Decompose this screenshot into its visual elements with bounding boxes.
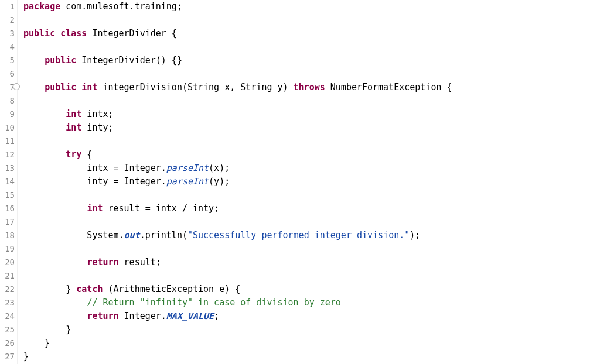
code-token: package [23, 1, 66, 12]
code-token: parseInt [166, 176, 209, 187]
code-token: result = intx / inty; [103, 203, 219, 214]
code-line[interactable] [23, 135, 600, 148]
code-token: } [23, 338, 50, 348]
line-number: 12 [0, 148, 15, 162]
code-token: } [23, 351, 29, 362]
line-number: 20 [0, 256, 15, 269]
line-number: 23 [0, 296, 15, 310]
code-token: com.mulesoft.training; [66, 1, 182, 12]
code-line[interactable]: int result = intx / inty; [23, 202, 600, 215]
code-line[interactable]: public class IntegerDivider { [23, 27, 600, 40]
code-line[interactable]: return result; [23, 256, 600, 269]
line-number: 17 [0, 215, 15, 229]
code-token: } [23, 284, 76, 294]
line-number: 15 [0, 188, 15, 202]
code-token [23, 257, 87, 267]
line-number: 3 [0, 27, 15, 40]
code-token: ); [410, 230, 420, 241]
code-line[interactable]: } [23, 336, 600, 350]
code-line[interactable] [23, 242, 600, 256]
code-token [23, 122, 66, 133]
code-line[interactable] [23, 269, 600, 283]
code-line[interactable]: intx = Integer.parseInt(x); [23, 162, 600, 175]
code-area[interactable]: package com.mulesoft.training;public cla… [18, 0, 600, 364]
code-line[interactable]: // Return "infinity" in case of division… [23, 296, 600, 310]
code-token [23, 297, 87, 308]
code-token: public int [45, 82, 97, 92]
code-token: int [87, 203, 103, 214]
code-line[interactable] [23, 94, 600, 108]
line-number: 7− [0, 81, 15, 94]
code-token: out [124, 230, 140, 241]
code-token [23, 149, 66, 160]
code-line[interactable]: } [23, 323, 600, 336]
code-token [23, 82, 45, 92]
line-number: 19 [0, 242, 15, 256]
code-line[interactable]: public int integerDivision(String x, Str… [23, 81, 600, 94]
line-number: 11 [0, 135, 15, 148]
code-token: return [87, 311, 118, 321]
line-number: 21 [0, 269, 15, 283]
fold-toggle-icon[interactable]: − [13, 83, 20, 90]
code-line[interactable]: return Integer.MAX_VALUE; [23, 310, 600, 323]
code-line[interactable] [23, 13, 600, 27]
line-number: 18 [0, 229, 15, 242]
code-line[interactable] [23, 40, 600, 54]
line-number: 8 [0, 94, 15, 108]
line-number: 14 [0, 175, 15, 188]
code-token [23, 311, 87, 321]
line-number: 25 [0, 323, 15, 336]
code-token: inty = Integer. [23, 176, 166, 187]
code-token: { [81, 149, 92, 160]
code-line[interactable] [23, 188, 600, 202]
line-number: 26 [0, 336, 15, 350]
code-token: // Return "infinity" in case of division… [87, 297, 340, 308]
code-token: Integer. [119, 311, 166, 321]
code-token: inty; [81, 122, 113, 133]
code-token: throws [294, 82, 325, 92]
code-token: intx; [81, 109, 113, 119]
code-line[interactable]: package com.mulesoft.training; [23, 0, 600, 13]
line-number: 6 [0, 67, 15, 81]
line-number-gutter: 1234567−89101112131415161718192021222324… [0, 0, 18, 364]
code-token: "Successfully performed integer division… [188, 230, 410, 241]
code-line[interactable]: inty = Integer.parseInt(y); [23, 175, 600, 188]
line-number: 2 [0, 13, 15, 27]
code-token [23, 203, 87, 214]
line-number: 27 [0, 350, 15, 363]
line-number: 9 [0, 108, 15, 121]
code-token: (x); [209, 163, 230, 173]
code-token: result; [119, 257, 161, 267]
code-line[interactable]: public IntegerDivider() {} [23, 54, 600, 67]
code-line[interactable]: int inty; [23, 121, 600, 135]
code-editor: 1234567−89101112131415161718192021222324… [0, 0, 600, 364]
code-token: intx = Integer. [23, 163, 166, 173]
code-token: int [66, 109, 81, 119]
code-line[interactable] [23, 215, 600, 229]
code-token: System. [23, 230, 124, 241]
line-number: 24 [0, 310, 15, 323]
line-number: 5 [0, 54, 15, 67]
code-line[interactable]: } catch (ArithmeticException e) { [23, 283, 600, 296]
code-line[interactable]: int intx; [23, 108, 600, 121]
line-number: 4 [0, 40, 15, 54]
line-number: 13 [0, 162, 15, 175]
code-token: integerDivision(String x, String y) [97, 82, 293, 92]
code-token: } [23, 324, 71, 335]
line-number: 22 [0, 283, 15, 296]
code-line[interactable] [23, 67, 600, 81]
code-line[interactable]: System.out.println("Successfully perform… [23, 229, 600, 242]
code-token: try [66, 149, 81, 160]
code-token: public class [23, 28, 92, 39]
line-number: 10 [0, 121, 15, 135]
code-token: IntegerDivider() {} [76, 55, 182, 66]
code-token: int [66, 122, 81, 133]
code-line[interactable]: } [23, 350, 600, 363]
code-token: catch [76, 284, 103, 294]
code-token: IntegerDivider { [92, 28, 177, 39]
code-token: return [87, 257, 118, 267]
code-token: NumberFormatException { [325, 82, 452, 92]
code-line[interactable]: try { [23, 148, 600, 162]
code-token: .println( [140, 230, 188, 241]
code-token: MAX_VALUE [166, 311, 214, 321]
